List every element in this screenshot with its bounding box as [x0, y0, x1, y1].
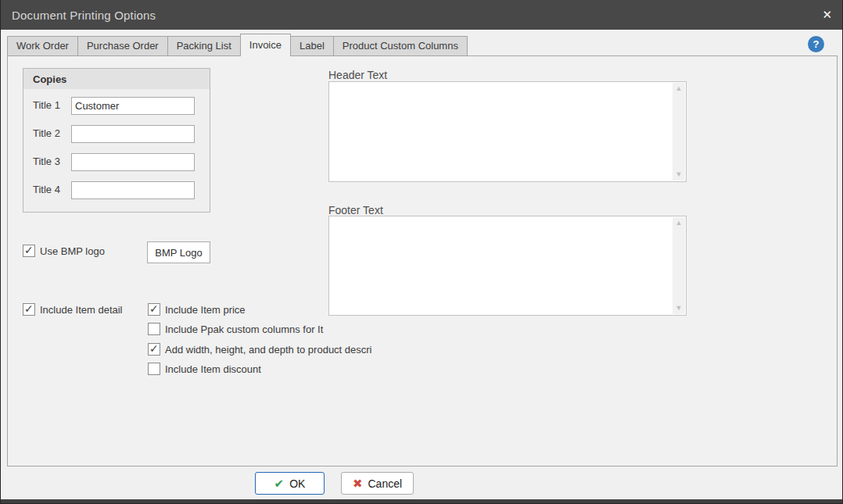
window-bottom-edge	[1, 499, 842, 503]
help-icon[interactable]: ?	[808, 36, 824, 52]
title2-label: Title 2	[33, 127, 60, 139]
copies-group-title: Copies	[33, 73, 66, 85]
title3-label: Title 3	[33, 155, 60, 167]
title3-input[interactable]	[71, 153, 195, 171]
header-text-label: Header Text	[328, 69, 387, 81]
title2-input[interactable]	[71, 125, 195, 143]
footer-text-area-wrap: ▲ ▼	[328, 216, 687, 316]
scroll-up-icon[interactable]: ▲	[673, 217, 685, 229]
include-item-detail-checkbox-row[interactable]: Include Item detail	[23, 303, 123, 316]
x-icon: ✖	[353, 477, 363, 491]
title1-label: Title 1	[33, 99, 60, 111]
scroll-down-icon[interactable]: ▼	[673, 169, 685, 181]
tab-label[interactable]: Label	[290, 36, 334, 56]
tab-packing-list[interactable]: Packing List	[167, 36, 241, 56]
use-bmp-logo-checkbox[interactable]	[23, 245, 35, 257]
title3-row: Title 3	[23, 153, 210, 171]
copies-group-header: Copies	[23, 69, 210, 89]
header-text-input[interactable]	[329, 82, 673, 181]
title-bar[interactable]: Document Printing Options ✕	[1, 0, 842, 30]
copies-group: Copies Title 1 Title 2 Title 3 Title 4	[23, 68, 210, 213]
include-item-price-checkbox[interactable]	[148, 303, 160, 316]
tab-purchase-order[interactable]: Purchase Order	[77, 36, 168, 56]
include-ppak-custom-columns-checkbox[interactable]	[148, 323, 160, 335]
bmp-logo-button[interactable]: BMP Logo	[147, 241, 210, 263]
footer-text-scrollbar[interactable]: ▲ ▼	[673, 217, 685, 314]
add-dimensions-checkbox-row[interactable]: Add width, height, and depth to product …	[148, 343, 372, 356]
scroll-up-icon[interactable]: ▲	[673, 83, 685, 95]
include-item-price-label: Include Item price	[165, 304, 246, 316]
include-ppak-custom-columns-checkbox-row[interactable]: Include Ppak custom columns for It	[148, 323, 323, 335]
include-item-detail-checkbox[interactable]	[23, 303, 35, 316]
tab-invoice[interactable]: Invoice	[240, 34, 291, 56]
include-item-discount-checkbox[interactable]	[148, 363, 160, 375]
tab-product-custom-columns[interactable]: Product Custom Columns	[333, 36, 468, 56]
scroll-down-icon[interactable]: ▼	[673, 302, 685, 314]
header-text-area-wrap: ▲ ▼	[328, 81, 687, 182]
include-item-discount-checkbox-row[interactable]: Include Item discount	[148, 363, 261, 375]
close-icon[interactable]: ✕	[822, 0, 832, 30]
title4-label: Title 4	[33, 184, 60, 195]
cancel-button-label: Cancel	[368, 477, 402, 490]
include-item-detail-label: Include Item detail	[40, 304, 123, 316]
header-text-scrollbar[interactable]: ▲ ▼	[673, 83, 685, 181]
footer-text-input[interactable]	[329, 216, 673, 315]
include-item-price-checkbox-row[interactable]: Include Item price	[148, 303, 246, 316]
window-title: Document Printing Options	[12, 9, 156, 22]
tab-work-order[interactable]: Work Order	[7, 36, 78, 56]
include-item-discount-label: Include Item discount	[165, 363, 261, 375]
ok-button[interactable]: ✔ OK	[255, 472, 325, 495]
document-printing-options-dialog: Document Printing Options ✕ Work Order P…	[0, 0, 843, 504]
ok-button-label: OK	[289, 477, 305, 490]
add-dimensions-checkbox[interactable]	[148, 343, 160, 356]
dialog-footer: ✔ OK ✖ Cancel	[1, 466, 842, 499]
title1-row: Title 1	[23, 97, 210, 115]
cancel-button[interactable]: ✖ Cancel	[341, 472, 414, 495]
footer-text-label: Footer Text	[328, 204, 383, 216]
use-bmp-logo-checkbox-row[interactable]: Use BMP logo	[23, 245, 105, 257]
title4-input[interactable]	[71, 181, 195, 199]
tab-bar: Work Order Purchase Order Packing List I…	[7, 34, 467, 56]
title4-row: Title 4	[23, 181, 210, 199]
check-icon: ✔	[274, 477, 285, 491]
use-bmp-logo-label: Use BMP logo	[40, 245, 105, 257]
title2-row: Title 2	[23, 125, 210, 143]
add-dimensions-label: Add width, height, and depth to product …	[165, 344, 372, 356]
title1-input[interactable]	[71, 97, 195, 115]
include-ppak-custom-columns-label: Include Ppak custom columns for It	[165, 323, 323, 335]
